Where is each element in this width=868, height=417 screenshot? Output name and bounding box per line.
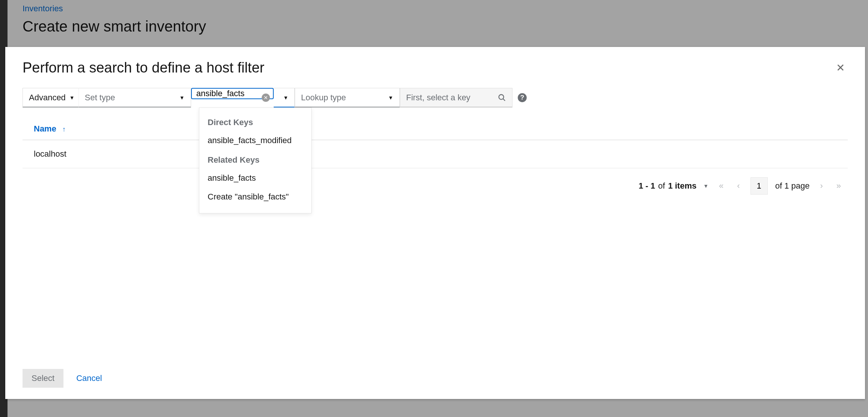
- question-circle-icon: ?: [517, 93, 527, 103]
- host-filter-modal: Perform a search to define a host filter…: [5, 47, 865, 399]
- dropdown-item[interactable]: ansible_facts: [199, 169, 311, 187]
- cell-hostname: localhost: [23, 140, 848, 168]
- modal-title: Perform a search to define a host filter: [23, 60, 264, 76]
- last-page-button[interactable]: »: [833, 181, 844, 191]
- filter-toolbar: Advanced ▼ Set type ▼ ✕ ▼ Lookup: [23, 88, 848, 107]
- times-circle-icon: ✕: [264, 95, 268, 101]
- first-page-button[interactable]: «: [716, 181, 726, 191]
- select-button[interactable]: Select: [23, 369, 63, 388]
- column-header-name[interactable]: Name ↑: [23, 118, 848, 140]
- page-number-input[interactable]: [750, 177, 768, 195]
- angle-right-icon: ›: [820, 181, 823, 190]
- dropdown-item[interactable]: ansible_facts_modified: [199, 131, 311, 150]
- advanced-dropdown[interactable]: Advanced ▼: [23, 88, 78, 107]
- dropdown-heading-direct: Direct Keys: [199, 112, 311, 131]
- angle-double-right-icon: »: [836, 181, 841, 190]
- dropdown-item-create[interactable]: Create "ansible_facts": [199, 187, 311, 206]
- caret-down-icon: ▼: [179, 95, 185, 101]
- caret-down-icon: ▼: [69, 95, 75, 101]
- dropdown-heading-related: Related Keys: [199, 150, 311, 169]
- items-per-page-display[interactable]: 1 - 1 of 1 items ▼: [639, 181, 708, 191]
- prev-page-button[interactable]: ‹: [734, 181, 743, 191]
- cancel-button[interactable]: Cancel: [76, 373, 102, 383]
- sort-asc-icon: ↑: [62, 125, 66, 133]
- pagination-bar: 1 - 1 of 1 items ▼ « ‹ of 1 page › »: [23, 168, 848, 204]
- clear-key-button[interactable]: ✕: [262, 94, 270, 102]
- key-select-group: ✕ ▼: [191, 88, 295, 107]
- key-suggestions-dropdown: Direct Keys ansible_facts_modified Relat…: [199, 107, 312, 213]
- pager-range: 1 - 1: [639, 181, 655, 190]
- set-type-placeholder: Set type: [85, 93, 115, 103]
- caret-down-icon: ▼: [703, 183, 708, 189]
- close-button[interactable]: ✕: [833, 60, 848, 76]
- angle-double-left-icon: «: [719, 181, 723, 190]
- table-row[interactable]: localhost: [23, 140, 848, 168]
- close-icon: ✕: [836, 62, 845, 74]
- set-type-dropdown[interactable]: Set type ▼: [78, 88, 191, 107]
- angle-left-icon: ‹: [737, 181, 740, 190]
- pager-total-pages: of 1 page: [775, 181, 810, 191]
- key-dropdown-toggle[interactable]: ▼: [274, 88, 295, 107]
- caret-down-icon: ▼: [388, 95, 393, 101]
- modal-footer: Select Cancel: [5, 361, 865, 399]
- pager-total-items: 1 items: [668, 181, 696, 190]
- pager-of: of: [658, 181, 665, 191]
- search-placeholder: First, select a key: [406, 93, 470, 103]
- column-name-label: Name: [34, 124, 56, 133]
- hosts-table: Name ↑ localhost: [23, 118, 848, 168]
- advanced-label: Advanced: [29, 93, 66, 103]
- svg-text:?: ?: [520, 94, 524, 101]
- search-icon: [498, 94, 506, 102]
- svg-line-1: [503, 98, 505, 101]
- search-input-disabled: First, select a key: [400, 88, 512, 107]
- help-button[interactable]: ?: [512, 88, 532, 107]
- lookup-type-placeholder: Lookup type: [301, 93, 346, 103]
- svg-point-0: [499, 94, 503, 99]
- lookup-type-dropdown[interactable]: Lookup type ▼: [295, 88, 400, 107]
- key-input[interactable]: [191, 88, 274, 99]
- caret-down-icon: ▼: [283, 95, 288, 101]
- next-page-button[interactable]: ›: [817, 181, 826, 191]
